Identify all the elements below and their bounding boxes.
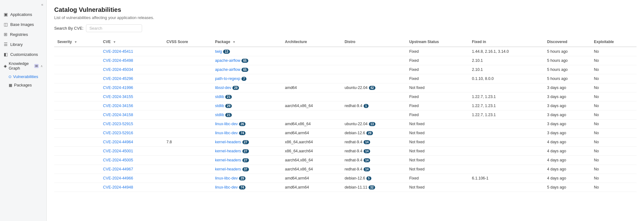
cell-cve[interactable]: CVE-2024-45411	[100, 47, 164, 56]
cve-link[interactable]: CVE-2024-45005	[103, 158, 133, 162]
cell-architecture: amd64,arm64	[282, 174, 341, 183]
cell-package[interactable]: libssl-dev29	[212, 83, 282, 92]
cell-package[interactable]: twig13	[212, 47, 282, 56]
package-link[interactable]: apache-airflow65	[215, 67, 248, 72]
cve-filter-icon[interactable]: ▼	[113, 40, 116, 44]
cell-package[interactable]: stdlib21	[212, 110, 282, 120]
cell-package[interactable]: stdlib29	[212, 101, 282, 110]
cell-package[interactable]: kernel-headers27	[212, 138, 282, 147]
package-badge: 29	[232, 86, 239, 90]
package-link[interactable]: linux-libc-dev29	[215, 176, 246, 180]
sidebar-item-vulnerabilities[interactable]: Vulnerabilities	[9, 72, 46, 81]
sidebar-item-packages[interactable]: ▦ Packages	[9, 81, 46, 89]
cve-link[interactable]: CVE-2024-44966	[103, 176, 133, 180]
cell-discovered: 3 days ago	[544, 92, 591, 101]
cell-package[interactable]: apache-airflow65	[212, 65, 282, 74]
search-input[interactable]	[86, 24, 142, 32]
cell-package[interactable]: linux-libc-dev74	[212, 183, 282, 192]
cell-cve[interactable]: CVE-2024-44948	[100, 183, 164, 192]
cell-cve[interactable]: CVE-2024-45005	[100, 156, 164, 165]
cell-cve[interactable]: CVE-2024-41996	[100, 83, 164, 92]
cve-link[interactable]: CVE-2023-52915	[103, 122, 133, 126]
cell-architecture	[282, 92, 341, 101]
cell-fixed-in: 6.1.106-1	[469, 174, 544, 183]
main-content: Catalog Vulnerabilities List of vulnerab…	[47, 0, 644, 221]
cve-link[interactable]: CVE-2023-52916	[103, 131, 133, 135]
cve-link[interactable]: CVE-2024-44964	[103, 140, 133, 144]
cell-distro	[341, 110, 406, 120]
cell-cve[interactable]: CVE-2024-34155	[100, 92, 164, 101]
cell-package[interactable]: kernel-headers37	[212, 165, 282, 174]
package-link[interactable]: libssl-dev29	[215, 86, 239, 90]
cell-cve[interactable]: CVE-2024-34158	[100, 110, 164, 120]
sidebar-item-customizations[interactable]: ◧ Customizations	[0, 49, 46, 59]
package-link[interactable]: apache-airflow65	[215, 58, 248, 63]
package-link[interactable]: linux-libc-dev74	[215, 131, 246, 135]
cell-package[interactable]: stdlib21	[212, 92, 282, 101]
cell-package[interactable]: kernel-headers27	[212, 156, 282, 165]
package-link[interactable]: stdlib21	[215, 95, 232, 99]
collapse-icon[interactable]: «	[41, 2, 43, 7]
cve-link[interactable]: CVE-2024-45411	[103, 49, 133, 54]
cve-link[interactable]: CVE-2024-34155	[103, 95, 133, 99]
cve-link[interactable]: CVE-2024-41996	[103, 86, 133, 90]
cell-cve[interactable]: CVE-2023-52916	[100, 129, 164, 138]
customizations-icon: ◧	[4, 52, 8, 57]
cve-link[interactable]: CVE-2024-45498	[103, 58, 133, 63]
cell-cve[interactable]: CVE-2024-44967	[100, 165, 164, 174]
package-link[interactable]: linux-libc-dev26	[215, 122, 246, 126]
cell-package[interactable]: kernel-headers27	[212, 147, 282, 156]
cve-link[interactable]: CVE-2024-34158	[103, 113, 133, 117]
cell-cve[interactable]: CVE-2024-45001	[100, 147, 164, 156]
cell-architecture: amd64	[282, 83, 341, 92]
cell-cve[interactable]: CVE-2024-45296	[100, 74, 164, 83]
cell-severity	[54, 165, 100, 174]
cell-distro	[341, 65, 406, 74]
package-link[interactable]: stdlib29	[215, 104, 232, 108]
package-link[interactable]: linux-libc-dev74	[215, 185, 246, 189]
cell-cve[interactable]: CVE-2024-45034	[100, 65, 164, 74]
package-link[interactable]: kernel-headers37	[215, 167, 249, 171]
cell-package[interactable]: linux-libc-dev29	[212, 174, 282, 183]
cve-link[interactable]: CVE-2024-45296	[103, 76, 133, 81]
sidebar-item-library[interactable]: ☰ Library	[0, 39, 46, 49]
package-link[interactable]: kernel-headers27	[215, 149, 249, 153]
cell-cve[interactable]: CVE-2024-45498	[100, 56, 164, 65]
package-link[interactable]: stdlib21	[215, 113, 232, 117]
sidebar-item-registries[interactable]: ⊞ Registries	[0, 29, 46, 39]
cell-cve[interactable]: CVE-2024-44966	[100, 174, 164, 183]
cve-link[interactable]: CVE-2024-45034	[103, 67, 133, 72]
cell-upstream-status: Not fixed	[406, 120, 469, 129]
cell-discovered: 5 hours ago	[544, 56, 591, 65]
cell-package[interactable]: linux-libc-dev26	[212, 120, 282, 129]
cell-cve[interactable]: CVE-2023-52915	[100, 120, 164, 129]
sidebar-toggle[interactable]: «	[0, 0, 46, 9]
cell-cve[interactable]: CVE-2024-34156	[100, 101, 164, 110]
cell-cve[interactable]: CVE-2024-44964	[100, 138, 164, 147]
cell-package[interactable]: apache-airflow65	[212, 56, 282, 65]
sidebar-item-applications[interactable]: ▣ Applications	[0, 9, 46, 19]
cell-fixed-in	[469, 147, 544, 156]
cve-link[interactable]: CVE-2024-44967	[103, 167, 133, 171]
package-badge: 27	[242, 140, 249, 144]
cell-architecture: aarch64,x86_64	[282, 101, 341, 110]
cve-link[interactable]: CVE-2024-44948	[103, 185, 133, 189]
sidebar-item-knowledge-graph[interactable]: ◈ Knowledge Graph ✉ ∧	[0, 59, 46, 72]
vulnerabilities-dot	[9, 76, 11, 78]
package-link[interactable]: twig13	[215, 49, 230, 54]
severity-filter-icon[interactable]: ▼	[74, 40, 77, 44]
col-fixed-in: Fixed in	[469, 37, 544, 47]
package-link[interactable]: path-to-regexp7	[215, 76, 246, 81]
package-filter-icon[interactable]: ▼	[232, 40, 236, 44]
package-link[interactable]: kernel-headers27	[215, 158, 249, 162]
cell-cvss	[163, 165, 212, 174]
sidebar-item-base-images[interactable]: ◫ Base Images	[0, 19, 46, 29]
cve-link[interactable]: CVE-2024-45001	[103, 149, 133, 153]
cell-package[interactable]: path-to-regexp7	[212, 74, 282, 83]
cve-link[interactable]: CVE-2024-34156	[103, 104, 133, 108]
cell-package[interactable]: linux-libc-dev74	[212, 129, 282, 138]
cell-upstream-status: Not fixed	[406, 138, 469, 147]
package-link[interactable]: kernel-headers27	[215, 140, 249, 144]
cell-fixed-in	[469, 120, 544, 129]
cell-severity	[54, 56, 100, 65]
